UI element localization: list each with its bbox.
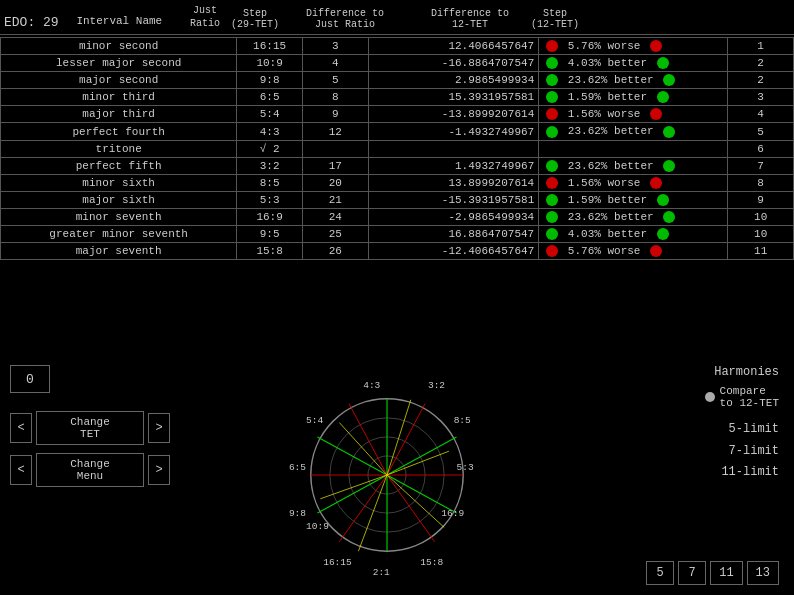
step-cell: 5	[302, 72, 368, 89]
interval-name-cell: tritone	[1, 140, 237, 157]
diff12-cell	[539, 140, 728, 157]
compare-row: Compareto 12-TET	[609, 385, 779, 409]
table-row: major second9:852.9865499934 23.62% bett…	[1, 72, 794, 89]
limit-buttons: 571113	[609, 561, 779, 585]
ratio-cell: 3:2	[237, 157, 303, 174]
diff-just-cell: -15.3931957581	[368, 191, 539, 208]
svg-text:16:9: 16:9	[441, 508, 464, 519]
better-dot-right-icon	[657, 228, 669, 240]
ratio-cell: 5:3	[237, 191, 303, 208]
svg-text:2:1: 2:1	[373, 567, 390, 575]
worse-dot-right-icon	[650, 108, 662, 120]
step-cell: 20	[302, 174, 368, 191]
interval-name-header: Interval Name	[76, 15, 162, 27]
step-cell: 17	[302, 157, 368, 174]
better-dot-icon	[546, 57, 558, 69]
ratio-cell: 5:4	[237, 106, 303, 123]
svg-text:8:5: 8:5	[454, 415, 471, 426]
better-dot-right-icon	[663, 74, 675, 86]
better-dot-right-icon	[663, 211, 675, 223]
step12-cell: 9	[728, 191, 794, 208]
circle-svg: 4:3 3:2 5:4 8:5 6:5 5:3 9:8 10:9 16:9 16…	[287, 375, 487, 575]
ratio-cell: 15:8	[237, 243, 303, 260]
better-dot-right-icon	[663, 126, 675, 138]
ratio-cell: 9:8	[237, 72, 303, 89]
limit-7-button[interactable]: 7	[678, 561, 706, 585]
step-cell: 3	[302, 38, 368, 55]
diff12-cell: 4.03% better	[539, 55, 728, 72]
table-row: minor sixth8:52013.8999207614 1.56% wors…	[1, 174, 794, 191]
circle-diagram: 4:3 3:2 5:4 8:5 6:5 5:3 9:8 10:9 16:9 16…	[180, 355, 594, 595]
bottom-section: 0 < ChangeTET > < ChangeMenu >	[0, 355, 794, 595]
step29-header: Step(29-TET)	[230, 8, 280, 30]
worse-dot-icon	[546, 177, 558, 189]
svg-line-8	[317, 475, 387, 513]
change-menu-label[interactable]: ChangeMenu	[36, 453, 144, 487]
svg-text:3:2: 3:2	[428, 380, 445, 391]
svg-text:16:15: 16:15	[323, 557, 352, 568]
ratio-cell: 10:9	[237, 55, 303, 72]
diff12-cell: 5.76% worse	[539, 38, 728, 55]
ratio-cell: 16:15	[237, 38, 303, 55]
interval-name-cell: minor second	[1, 38, 237, 55]
interval-name-cell: minor seventh	[1, 208, 237, 225]
diff-just-cell: 15.3931957581	[368, 89, 539, 106]
header-edo: EDO: 29 Interval Name	[0, 15, 180, 30]
diff12-cell: 5.76% worse	[539, 243, 728, 260]
step12-cell: 3	[728, 89, 794, 106]
diff-just-cell: -1.4932749967	[368, 123, 539, 140]
change-menu-left-button[interactable]: <	[10, 455, 32, 485]
diff12-header: Difference to12-TET	[410, 8, 530, 30]
table-row: perfect fourth4:312-1.4932749967 23.62% …	[1, 123, 794, 140]
step12-cell: 10	[728, 225, 794, 242]
diff12-cell: 4.03% better	[539, 225, 728, 242]
better-dot-icon	[546, 91, 558, 103]
interval-name-cell: major sixth	[1, 191, 237, 208]
diff12-cell: 1.59% better	[539, 191, 728, 208]
better-dot-right-icon	[657, 57, 669, 69]
limit-5-button[interactable]: 5	[646, 561, 674, 585]
change-tet-left-button[interactable]: <	[10, 413, 32, 443]
change-tet-right-button[interactable]: >	[148, 413, 170, 443]
step-cell: 26	[302, 243, 368, 260]
step12-cell: 6	[728, 140, 794, 157]
edo-label: EDO: 29	[0, 15, 59, 30]
change-tet-row: < ChangeTET >	[10, 411, 170, 445]
diff-just-cell: -2.9865499934	[368, 208, 539, 225]
limit-5-label: 5-limit	[609, 419, 779, 441]
worse-dot-right-icon	[650, 177, 662, 189]
better-dot-icon	[546, 126, 558, 138]
step12-cell: 2	[728, 72, 794, 89]
svg-text:5:3: 5:3	[457, 462, 474, 473]
step-cell: 4	[302, 55, 368, 72]
interval-name-cell: major seventh	[1, 243, 237, 260]
diff-just-cell: 13.8999207614	[368, 174, 539, 191]
step-cell: 25	[302, 225, 368, 242]
change-menu-right-button[interactable]: >	[148, 455, 170, 485]
ratio-cell: 6:5	[237, 89, 303, 106]
diff-just-cell: 16.8864707547	[368, 225, 539, 242]
svg-text:4:3: 4:3	[363, 380, 380, 391]
limits-section: 5-limit 7-limit 11-limit	[609, 419, 779, 484]
worse-dot-right-icon	[650, 40, 662, 52]
step12-cell: 1	[728, 38, 794, 55]
harmonies-label: Harmonies	[609, 365, 779, 379]
table-header: EDO: 29 Interval Name JustRatio Step(29-…	[0, 0, 794, 35]
step12-cell: 7	[728, 157, 794, 174]
svg-text:10:9: 10:9	[306, 521, 329, 532]
diff12-cell: 23.62% better	[539, 208, 728, 225]
limit-13-button[interactable]: 13	[747, 561, 779, 585]
svg-line-17	[387, 451, 449, 475]
interval-name-cell: greater minor seventh	[1, 225, 237, 242]
limit-11-button[interactable]: 11	[710, 561, 742, 585]
table-row: lesser major second10:94-16.8864707547 4…	[1, 55, 794, 72]
better-dot-right-icon	[657, 194, 669, 206]
change-tet-label[interactable]: ChangeTET	[36, 411, 144, 445]
diff12-cell: 23.62% better	[539, 72, 728, 89]
diff-just-cell: -13.8999207614	[368, 106, 539, 123]
step-cell: 24	[302, 208, 368, 225]
step12-cell: 4	[728, 106, 794, 123]
ratio-cell: 4:3	[237, 123, 303, 140]
zero-value: 0	[26, 372, 34, 387]
interval-name-cell: major second	[1, 72, 237, 89]
